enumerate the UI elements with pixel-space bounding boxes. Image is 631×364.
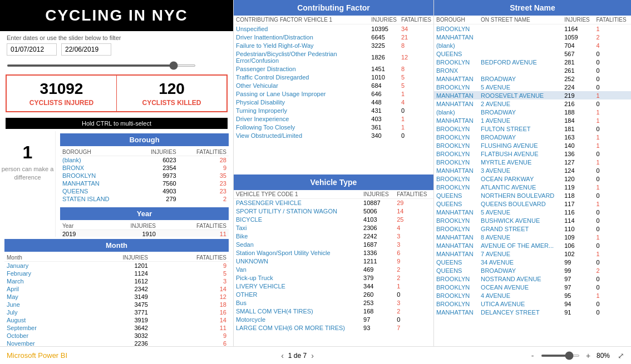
street-row[interactable]: BROOKLYN FLATBUSH AVENUE 136 0 [434,149,631,158]
cf-row[interactable]: View Obstructed/Limited 340 0 [234,131,433,139]
cf-row[interactable]: Passenger Distraction 1451 8 [234,64,433,73]
vt-row[interactable]: BICYCLE 4103 25 [234,216,433,224]
vt-row[interactable]: OTHER 260 0 [234,291,433,299]
prev-page-button[interactable]: ‹ [281,351,284,360]
vt-row[interactable]: LARGE COM VEH(6 OR MORE TIRES) 93 7 [234,324,433,332]
vt-row[interactable]: LIVERY VEHICLE 344 1 [234,282,433,291]
street-row[interactable]: MANHATTAN 1 AVENUE 184 1 [434,116,631,124]
cf-row[interactable]: Traffic Control Disregarded 1010 5 [234,73,433,81]
street-row[interactable]: MANHATTAN 3 AVENUE 124 0 [434,166,631,174]
street-row[interactable]: BROOKLYN 1164 1 [434,24,631,33]
street-row[interactable]: MANHATTAN DELANCEY STREET 91 0 [434,308,631,316]
street-row[interactable]: BROOKLYN GRAND STREET 110 0 [434,225,631,233]
street-row[interactable]: MANHATTAN 8 AVENUE 109 1 [434,233,631,241]
street-row[interactable]: MANHATTAN ROOSEVELT AVENUE 219 1 [434,91,631,99]
start-date-input[interactable] [7,43,57,56]
street-borough: QUEENS [434,200,479,208]
end-date-input[interactable] [61,43,111,56]
month-row[interactable]: February 1124 5 [4,270,229,277]
zoom-slider[interactable] [541,355,580,357]
cf-row[interactable]: Failure to Yield Right-of-Way 3225 8 [234,41,433,49]
borough-row[interactable]: MANHATTAN 7560 23 [60,179,229,187]
vt-row[interactable]: Motorcycle 97 0 [234,316,433,324]
street-row[interactable]: MANHATTAN AVENUE OF THE AMER... 106 0 [434,241,631,250]
cf-row[interactable]: Physical Disability 448 4 [234,98,433,106]
month-row[interactable]: June 3475 18 [4,301,229,308]
street-row[interactable]: MANHATTAN 2 AVENUE 216 0 [434,99,631,108]
vt-row[interactable]: SMALL COM VEH(4 TIRES) 168 2 [234,307,433,316]
cf-row[interactable]: Driver Inattention/Distraction 6645 21 [234,33,433,41]
borough-row[interactable]: QUEENS 4903 23 [60,187,229,195]
street-row[interactable]: BROOKLYN FULTON STREET 181 0 [434,124,631,133]
vt-row[interactable]: Station Wagon/Sport Utility Vehicle 1336… [234,249,433,257]
month-row[interactable]: October 3032 9 [4,332,229,340]
vt-row[interactable]: Van 469 2 [234,266,433,274]
cf-row[interactable]: Passing or Lane Usage Improper 646 1 [234,89,433,98]
month-row[interactable]: July 3771 16 [4,308,229,316]
vt-row[interactable]: Bike 2242 3 [234,232,433,241]
street-row[interactable]: MANHATTAN 7 AVENUE 102 1 [434,250,631,258]
borough-row[interactable]: STATEN ISLAND 279 2 [60,195,229,203]
street-borough: MANHATTAN [434,166,479,174]
street-row[interactable]: (blank) 704 4 [434,41,631,49]
cf-row[interactable]: Driver Inexperience 403 1 [234,114,433,123]
borough-row[interactable]: (blank) 6023 28 [60,156,229,164]
month-row[interactable]: November 2236 6 [4,340,229,347]
cf-row[interactable]: Turning Improperly 431 0 [234,106,433,114]
zoom-minus-button[interactable]: - [528,351,538,361]
cf-row[interactable]: Following Too Closely 361 1 [234,123,433,131]
vt-row[interactable]: UNKNOWN 1211 9 [234,257,433,266]
street-row[interactable]: BROOKLYN 4 AVENUE 95 1 [434,291,631,300]
street-row[interactable]: MANHATTAN 5 AVENUE 116 0 [434,208,631,216]
vt-row[interactable]: Sedan 1687 3 [234,241,433,249]
street-row[interactable]: BROOKLYN ATLANTIC AVENUE 119 1 [434,183,631,191]
street-row[interactable]: MANHATTAN BROADWAY 252 0 [434,74,631,83]
street-row[interactable]: QUEENS QUEENS BOULEVARD 117 1 [434,200,631,208]
cf-fatalities: 1 [399,114,433,123]
next-page-button[interactable]: › [311,351,314,360]
borough-name: BROOKLYN [60,172,135,179]
street-row[interactable]: BRONX 261 0 [434,66,631,74]
cf-row[interactable]: Unspecified 10395 34 [234,24,433,33]
vt-row[interactable]: SPORT UTILITY / STATION WAGON 5006 14 [234,207,433,216]
cf-row[interactable]: Other Vehicular 684 5 [234,81,433,89]
month-row[interactable]: April 2342 14 [4,285,229,293]
vt-row[interactable]: Pick-up Truck 379 2 [234,274,433,282]
street-row[interactable]: BROOKLYN OCEAN PARKWAY 120 0 [434,174,631,183]
street-row[interactable]: (blank) BROADWAY 188 1 [434,108,631,116]
street-row[interactable]: BROOKLYN BROADWAY 163 1 [434,133,631,141]
zoom-plus-button[interactable]: + [583,351,593,361]
vt-row[interactable]: PASSENGER VEHICLE 10887 29 [234,198,433,207]
powerbi-link[interactable]: Microsoft Power BI [7,351,67,360]
month-row[interactable]: August 3919 14 [4,316,229,324]
month-row[interactable]: September 3642 11 [4,324,229,332]
month-row[interactable]: March 1612 3 [4,277,229,285]
borough-row[interactable]: BROOKLYN 9973 35 [60,172,229,179]
cf-fatalities-header: FATALITIES [399,16,433,24]
month-row[interactable]: January 1201 9 [4,261,229,270]
street-row[interactable]: BROOKLYN OCEAN AVENUE 97 0 [434,283,631,291]
street-row[interactable]: BROOKLYN 5 AVENUE 224 0 [434,83,631,91]
street-row[interactable]: BROOKLYN BUSHWICK AVENUE 114 0 [434,216,631,225]
street-row[interactable]: BROOKLYN BEDFORD AVENUE 281 0 [434,58,631,66]
borough-row[interactable]: BRONX 2354 9 [60,164,229,172]
cf-fatalities: 12 [399,49,433,64]
street-row[interactable]: BROOKLYN FLUSHING AVENUE 140 1 [434,141,631,149]
street-name-cell: NOSTRAND AVENUE [479,275,562,283]
date-slider[interactable] [7,64,196,67]
vt-injuries: 1336 [361,249,395,257]
year-row[interactable]: 2019 1910 11 [60,230,229,237]
fit-page-icon[interactable]: ⤢ [618,351,624,360]
vt-row[interactable]: Taxi 2306 4 [234,224,433,232]
vt-row[interactable]: Bus 253 3 [234,299,433,307]
street-row[interactable]: BROOKLYN UTICA AVENUE 94 0 [434,300,631,308]
street-row[interactable]: BROOKLYN NOSTRAND AVENUE 97 0 [434,275,631,283]
cf-row[interactable]: Pedestrian/Bicyclist/Other Pedestrian Er… [234,49,433,64]
street-row[interactable]: QUEENS NORTHERN BOULEVARD 118 0 [434,191,631,200]
street-row[interactable]: MANHATTAN 1059 2 [434,33,631,41]
street-row[interactable]: BROOKLYN MYRTLE AVENUE 127 1 [434,158,631,166]
month-row[interactable]: May 3149 12 [4,293,229,301]
street-row[interactable]: QUEENS 34 AVENUE 99 0 [434,258,631,266]
street-row[interactable]: QUEENS 567 0 [434,49,631,58]
street-row[interactable]: QUEENS BROADWAY 99 2 [434,266,631,275]
